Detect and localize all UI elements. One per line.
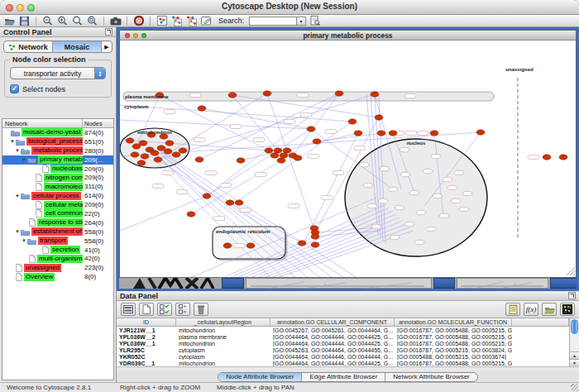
graph-label-node[interactable]: [363, 183, 373, 188]
graph-node[interactable]: [265, 148, 273, 153]
open-icon[interactable]: [3, 16, 16, 26]
table-row[interactable]: YJR121W__1mitochondrion[GO:0045267, GO:0…: [117, 327, 569, 333]
graph-label-node[interactable]: [205, 171, 217, 175]
float-panel-icon[interactable]: [105, 28, 112, 36]
node-color-dropdown[interactable]: transporter activity ▲▼: [10, 67, 106, 79]
graph-label-node[interactable]: [426, 227, 436, 232]
table-row[interactable]: YDR039C__1mitochondrion[GO:0044464, GO:0…: [117, 360, 569, 366]
graph-node[interactable]: [126, 138, 134, 143]
tree-row[interactable]: nucleobase-209(0): [2, 165, 113, 174]
tree-row[interactable]: ▼primary metabo209(...: [2, 155, 113, 165]
graph-node[interactable]: [377, 131, 385, 136]
graph-label-node[interactable]: [459, 207, 469, 212]
graph-label-node[interactable]: [380, 166, 390, 171]
graph-label-node[interactable]: [300, 113, 312, 117]
tab-mosaic[interactable]: Mosaic: [53, 41, 102, 52]
graph-label-node[interactable]: [400, 172, 410, 177]
graph-node[interactable]: [164, 149, 172, 154]
background-window-titlebar[interactable]: [433, 278, 455, 289]
graph-label-node[interactable]: [164, 110, 175, 114]
column-header[interactable]: _cellularLayoutRegion: [176, 318, 270, 326]
graph-node[interactable]: [139, 141, 147, 146]
graph-node[interactable]: [198, 106, 206, 111]
graph-node[interactable]: [375, 115, 383, 120]
network-overlay-icon-2[interactable]: [185, 16, 198, 26]
column-header[interactable]: annotation.GO CELLULAR_COMPONENT: [270, 318, 395, 326]
function-builder-icon[interactable]: f(x): [524, 303, 538, 316]
graph-label-node[interactable]: [162, 171, 174, 175]
table-row[interactable]: YPL036W__1mitochondrion[GO:0044464, GO:0…: [117, 340, 569, 347]
attribute-select-icon[interactable]: [121, 303, 136, 316]
tab-overflow-arrow[interactable]: ▶: [102, 41, 112, 52]
graph-label-node[interactable]: [284, 120, 295, 124]
graph-node[interactable]: [274, 148, 282, 153]
resize-grip[interactable]: [571, 384, 578, 391]
graph-label-node[interactable]: [325, 130, 337, 134]
canvas-resize-grip[interactable]: [573, 274, 575, 275]
graph-label-node[interactable]: [431, 154, 441, 159]
graph-label-node[interactable]: [297, 93, 309, 98]
graph-node[interactable]: [223, 243, 232, 248]
graph-node[interactable]: [165, 141, 174, 146]
graph-label-node[interactable]: [404, 222, 414, 227]
graph-node[interactable]: [294, 155, 302, 160]
zoom-in-icon[interactable]: [56, 16, 69, 26]
graph-label-node[interactable]: [240, 208, 251, 213]
network-window[interactable]: primary metabolic process plasma membran…: [119, 30, 577, 278]
tree-row[interactable]: response to stimulu264(0): [2, 218, 113, 227]
save-icon[interactable]: [18, 16, 31, 26]
graph-node[interactable]: [203, 194, 211, 198]
network-overlay-icon-1[interactable]: [170, 16, 183, 26]
graph-label-node[interactable]: [333, 171, 344, 175]
graph-label-node[interactable]: [400, 147, 409, 152]
tree-row[interactable]: ▼establishment of lo558(0): [2, 227, 113, 237]
graph-label-node[interactable]: [451, 198, 461, 203]
graph-label-node[interactable]: [233, 244, 245, 248]
graph-label-node[interactable]: [414, 240, 424, 245]
graph-node[interactable]: [226, 200, 234, 205]
vertical-scrollbar[interactable]: ▲ ▼: [569, 318, 579, 366]
attribute-select-all-icon[interactable]: [157, 303, 172, 316]
graph-label-node[interactable]: [189, 93, 201, 98]
attribute-unselect-all-icon[interactable]: [175, 303, 190, 316]
expand-arrow-icon[interactable]: ▼: [21, 157, 27, 162]
graph-label-node[interactable]: [176, 190, 188, 194]
graph-node[interactable]: [237, 158, 245, 163]
tree-row[interactable]: Overview8(0): [2, 272, 113, 281]
graph-node[interactable]: [187, 212, 195, 217]
graph-label-node[interactable]: [194, 138, 205, 142]
expand-arrow-icon[interactable]: ▼: [9, 139, 16, 144]
tree-row[interactable]: macromolecule311(0): [2, 182, 113, 191]
graph-label-node[interactable]: [288, 204, 299, 208]
tree-row[interactable]: cell communicat22(0): [2, 209, 113, 218]
graph-label-node[interactable]: [433, 194, 443, 198]
network-window-titlebar[interactable]: primary metabolic process: [120, 31, 576, 41]
graph-node[interactable]: [311, 234, 319, 239]
tree-row[interactable]: ▼metabolic process280(0): [2, 146, 113, 155]
graph-label-node[interactable]: [416, 210, 426, 215]
graph-label-node[interactable]: [321, 196, 333, 200]
zoom-fit-icon[interactable]: [71, 16, 84, 26]
graph-node[interactable]: [195, 157, 203, 162]
graph-node[interactable]: [298, 241, 306, 246]
vizmapper-icon[interactable]: [156, 16, 168, 26]
title-bar[interactable]: Cytoscape Desktop (New Session): [0, 0, 579, 15]
graph-node[interactable]: [389, 131, 397, 136]
graph-label-node[interactable]: [378, 198, 388, 203]
select-nodes-checkbox[interactable]: ✓: [10, 84, 19, 93]
graph-label-node[interactable]: [462, 191, 472, 196]
graph-label-node[interactable]: [253, 138, 265, 142]
tree-col-nodes[interactable]: Nodes: [83, 119, 113, 127]
graph-node[interactable]: [543, 155, 551, 160]
tab-network[interactable]: Network: [4, 41, 53, 52]
zoom-out-icon[interactable]: [41, 16, 54, 26]
graph-node[interactable]: [131, 152, 139, 157]
graph-node[interactable]: [280, 153, 288, 158]
graph-label-node[interactable]: [454, 170, 464, 175]
background-window-titlebar[interactable]: [222, 278, 244, 289]
advanced-search-icon[interactable]: [309, 16, 321, 26]
graph-node[interactable]: [354, 131, 362, 136]
graph-node[interactable]: [228, 93, 237, 98]
graph-node[interactable]: [277, 158, 285, 163]
graph-label-node[interactable]: [447, 185, 457, 190]
